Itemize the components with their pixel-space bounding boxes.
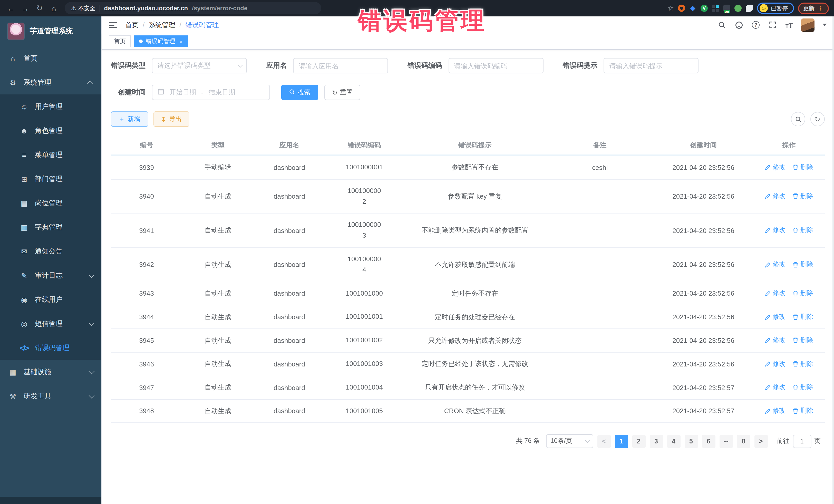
edit-link[interactable]: 修改 bbox=[765, 407, 786, 415]
sidebar-item-sms[interactable]: ◎短信管理 bbox=[0, 311, 101, 336]
goto-page-input[interactable] bbox=[793, 435, 811, 448]
page-button-1[interactable]: 1 bbox=[615, 435, 628, 448]
error-type-select[interactable]: 请选择错误码类型 bbox=[152, 58, 247, 73]
delete-link[interactable]: 删除 bbox=[793, 336, 813, 345]
delete-link[interactable]: 删除 bbox=[793, 289, 813, 298]
extension-icon-green-v[interactable]: V bbox=[701, 5, 708, 12]
sidebar-item-errcode[interactable]: </>错误码管理 bbox=[0, 336, 101, 360]
prev-page-button[interactable]: < bbox=[597, 435, 611, 448]
delete-link[interactable]: 删除 bbox=[793, 192, 813, 201]
sidebar-item-dept[interactable]: ⊞部门管理 bbox=[0, 167, 101, 191]
delete-link[interactable]: 删除 bbox=[793, 312, 813, 321]
app-logo-row[interactable]: 芋道管理系统 bbox=[0, 17, 101, 46]
extension-icon-orange[interactable] bbox=[678, 5, 685, 12]
browser-toolbar-right: ☆ ◆ V ☺ 已暂停 更新 ⋮ bbox=[667, 2, 829, 14]
sidebar-item-tools[interactable]: ⚒研发工具 bbox=[0, 384, 101, 408]
tab-item[interactable]: 首页 bbox=[109, 36, 131, 47]
extension-icon-grid[interactable] bbox=[712, 5, 719, 12]
sidebar-item-menu[interactable]: ≡菜单管理 bbox=[0, 143, 101, 167]
font-size-icon[interactable]: TT bbox=[786, 21, 793, 29]
edit-link[interactable]: 修改 bbox=[765, 289, 786, 298]
app-name-input[interactable] bbox=[299, 62, 382, 69]
sidebar-item-dict[interactable]: ▥字典管理 bbox=[0, 215, 101, 239]
browser-profile-pill[interactable]: ☺ 已暂停 bbox=[757, 3, 794, 14]
delete-link[interactable]: 删除 bbox=[793, 260, 813, 269]
close-icon[interactable]: × bbox=[179, 38, 183, 44]
page-button-3[interactable]: 3 bbox=[650, 435, 663, 448]
page-button-4[interactable]: 4 bbox=[667, 435, 680, 448]
edit-link[interactable]: 修改 bbox=[765, 312, 786, 321]
export-button[interactable]: ↧ 导出 bbox=[153, 111, 190, 127]
breadcrumb-home[interactable]: 首页 bbox=[125, 20, 138, 29]
edit-link[interactable]: 修改 bbox=[765, 163, 786, 172]
sidebar-item-label: 通知公告 bbox=[35, 247, 63, 256]
sidebar-item-online[interactable]: ◉在线用户 bbox=[0, 287, 101, 311]
search-button[interactable]: 搜索 bbox=[281, 85, 318, 100]
delete-link[interactable]: 删除 bbox=[793, 407, 813, 415]
refresh-table-button[interactable]: ↻ bbox=[810, 112, 825, 126]
sidebar-item-label: 研发工具 bbox=[24, 391, 51, 400]
column-header: 错误码提示 bbox=[404, 136, 546, 155]
cell-time: 2021-04-20 23:52:57 bbox=[653, 376, 753, 399]
edit-link[interactable]: 修改 bbox=[765, 226, 786, 235]
sidebar-item-audit[interactable]: ✎审计日志 bbox=[0, 263, 101, 287]
sidebar-item-role[interactable]: ☻角色管理 bbox=[0, 118, 101, 143]
page-button-5[interactable]: 5 bbox=[684, 435, 698, 448]
page-button-8[interactable]: 8 bbox=[737, 435, 750, 448]
add-button[interactable]: ＋ 新增 bbox=[111, 111, 148, 127]
tab-active[interactable]: 错误码管理× bbox=[134, 36, 188, 47]
show-search-button[interactable] bbox=[791, 112, 805, 126]
error-msg-field[interactable] bbox=[603, 58, 699, 73]
search-icon[interactable] bbox=[717, 20, 726, 29]
sidebar-item-user[interactable]: ☺用户管理 bbox=[0, 94, 101, 118]
extension-icon-key[interactable] bbox=[734, 5, 742, 12]
breadcrumb-system[interactable]: 系统管理 bbox=[149, 20, 175, 29]
fullscreen-icon[interactable] bbox=[768, 20, 777, 29]
sidebar-item-system[interactable]: ⚙系统管理 bbox=[0, 70, 101, 94]
browser-home-icon[interactable]: ⌂ bbox=[48, 4, 60, 13]
delete-link[interactable]: 删除 bbox=[793, 163, 813, 172]
error-msg-input[interactable] bbox=[609, 62, 693, 69]
security-warning[interactable]: ⚠ 不安全 bbox=[71, 4, 95, 12]
hamburger-icon[interactable] bbox=[109, 22, 117, 28]
scrollbar[interactable] bbox=[832, 17, 834, 504]
error-code-field[interactable] bbox=[448, 58, 543, 73]
cell-time: 2021-04-20 23:52:56 bbox=[653, 155, 753, 179]
edit-link[interactable]: 修改 bbox=[765, 192, 786, 201]
help-icon[interactable]: ? bbox=[752, 21, 760, 29]
browser-back-icon[interactable]: ← bbox=[5, 4, 17, 13]
app-name-field[interactable] bbox=[293, 58, 388, 73]
reset-button[interactable]: ↻ 重置 bbox=[324, 85, 360, 100]
extension-icon-gem[interactable]: ◆ bbox=[689, 5, 697, 12]
extensions-puzzle-icon[interactable] bbox=[746, 5, 753, 12]
delete-link[interactable]: 删除 bbox=[793, 359, 813, 368]
extension-icon-on-badge[interactable] bbox=[723, 5, 730, 12]
github-icon[interactable] bbox=[735, 20, 744, 29]
edit-link[interactable]: 修改 bbox=[765, 383, 786, 392]
browser-update-button[interactable]: 更新 ⋮ bbox=[798, 2, 829, 14]
browser-reload-icon[interactable]: ↻ bbox=[34, 4, 45, 13]
create-time-range-picker[interactable]: 开始日期 - 结束日期 bbox=[152, 85, 270, 100]
edit-link[interactable]: 修改 bbox=[765, 336, 786, 345]
user-avatar[interactable] bbox=[801, 18, 814, 31]
sidebar-item-home[interactable]: ⌂首页 bbox=[0, 46, 101, 70]
bookmark-star-icon[interactable]: ☆ bbox=[667, 4, 674, 12]
page-size-select[interactable]: 10条/页 bbox=[546, 435, 593, 448]
edit-link[interactable]: 修改 bbox=[765, 260, 786, 269]
page-button-2[interactable]: 2 bbox=[632, 435, 645, 448]
page-button-6[interactable]: 6 bbox=[702, 435, 715, 448]
sidebar-item-post[interactable]: ▤岗位管理 bbox=[0, 191, 101, 215]
browser-menu-icon[interactable]: ⋮ bbox=[817, 5, 824, 12]
delete-link[interactable]: 删除 bbox=[793, 226, 813, 235]
delete-link[interactable]: 删除 bbox=[793, 383, 813, 392]
sidebar-item-infra[interactable]: ▦基础设施 bbox=[0, 360, 101, 384]
more-pages-icon[interactable]: ••• bbox=[719, 435, 733, 448]
sidebar-item-label: 在线用户 bbox=[35, 295, 63, 304]
address-bar[interactable]: ⚠ 不安全 dashboard.yudao.iocoder.cn/system/… bbox=[65, 2, 321, 14]
sidebar-item-notice[interactable]: ✉通知公告 bbox=[0, 239, 101, 263]
error-code-input[interactable] bbox=[454, 62, 537, 69]
browser-forward-icon[interactable]: → bbox=[20, 4, 31, 13]
next-page-button[interactable]: > bbox=[754, 435, 768, 448]
chevron-down-icon[interactable] bbox=[823, 24, 827, 26]
edit-link[interactable]: 修改 bbox=[765, 359, 786, 368]
